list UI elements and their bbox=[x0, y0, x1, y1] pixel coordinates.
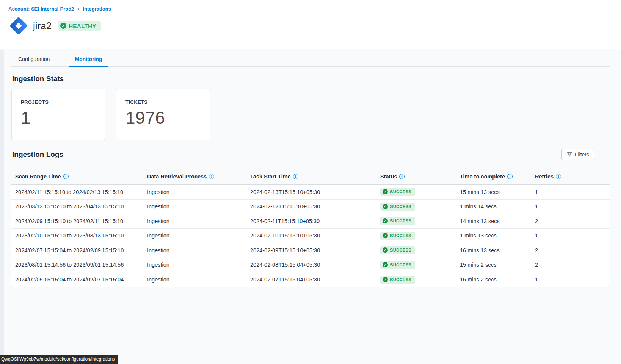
cell-scan-range: 2023/02/10 15:15:10 to 2023/03/13 15:15:… bbox=[11, 233, 143, 239]
check-circle-icon: ✓ bbox=[383, 233, 388, 238]
stat-card-value: 1976 bbox=[125, 108, 210, 128]
cell-time-to-complete: 15 mins 13 secs bbox=[456, 189, 531, 195]
cell-scan-range: 2024/02/07 15:15:04 to 2024/02/09 15:15:… bbox=[11, 247, 143, 253]
chevron-right-icon: › bbox=[77, 6, 79, 12]
column-header-data-retrieval-process: Data Retrieval Processi bbox=[143, 173, 246, 180]
table-row: 2024/02/07 15:15:04 to 2024/02/09 15:15:… bbox=[11, 243, 610, 258]
cell-scan-range: 2024/02/09 15:15:10 to 2024/02/11 15:15:… bbox=[11, 218, 143, 224]
column-header-time-to-complete: Time to completei bbox=[456, 173, 531, 180]
column-label: Status bbox=[380, 173, 397, 180]
table-row: 2023/02/10 15:15:10 to 2023/03/13 15:15:… bbox=[11, 229, 610, 244]
cell-task-start: 2024-02-11T15:15:10+05:30 bbox=[246, 218, 376, 224]
status-badge: ✓SUCCESS bbox=[380, 217, 415, 225]
page-header: Account: SEI-Internal-Prod2 › Integratio… bbox=[0, 0, 621, 49]
status-badge: ✓SUCCESS bbox=[380, 246, 415, 254]
table-row: 2023/03/13 15:15:10 to 2023/04/13 15:15:… bbox=[11, 200, 610, 214]
url-status-bar: QwqOSlIWp9ob7w/module/sei/configuration/… bbox=[0, 355, 118, 364]
cell-task-start: 2024-02-12T15:15:10+05:30 bbox=[246, 203, 376, 209]
breadcrumb-integrations-link[interactable]: Integrations bbox=[83, 6, 111, 12]
cell-retries: 2 bbox=[531, 247, 610, 253]
stat-card-label: PROJECTS bbox=[21, 99, 105, 105]
stat-card-label: TICKETS bbox=[125, 99, 210, 105]
cell-status: ✓SUCCESS bbox=[376, 217, 456, 225]
check-circle-icon: ✓ bbox=[383, 262, 388, 267]
ingestion-stats-heading: Ingestion Stats bbox=[12, 75, 610, 83]
cell-status: ✓SUCCESS bbox=[376, 203, 456, 211]
column-header-scan-range-time: Scan Range Timei bbox=[11, 173, 143, 180]
stat-card-tickets: TICKETS 1976 bbox=[116, 89, 210, 140]
jira-logo-icon bbox=[8, 16, 29, 36]
status-badge: ✓SUCCESS bbox=[380, 261, 415, 269]
info-icon[interactable]: i bbox=[399, 174, 405, 179]
cell-task-start: 2024-02-07T15:15:04+05:30 bbox=[246, 277, 376, 283]
cell-time-to-complete: 14 mins 13 secs bbox=[456, 218, 531, 224]
tab-monitoring[interactable]: Monitoring bbox=[69, 53, 107, 67]
cell-retries: 1 bbox=[531, 277, 610, 283]
status-badge: ✓SUCCESS bbox=[380, 232, 415, 240]
status-badge-label: SUCCESS bbox=[390, 248, 411, 252]
cell-process: Ingestion bbox=[143, 277, 246, 283]
cell-retries: 1 bbox=[531, 233, 610, 239]
cell-task-start: 2024-02-10T15:15:10+05:30 bbox=[246, 233, 376, 239]
breadcrumb-account-link[interactable]: Account: SEI-Internal-Prod2 bbox=[8, 6, 74, 12]
status-badge: ✓SUCCESS bbox=[380, 203, 415, 211]
cell-time-to-complete: 1 mins 13 secs bbox=[456, 233, 531, 239]
cell-retries: 1 bbox=[531, 203, 610, 209]
table-row: 2023/08/01 15:14:56 to 2023/09/01 15:14:… bbox=[11, 258, 610, 273]
column-header-status: Statusi bbox=[376, 173, 456, 180]
cell-retries: 1 bbox=[531, 189, 610, 195]
column-label: Task Start Time bbox=[250, 173, 291, 180]
column-label: Scan Range Time bbox=[15, 173, 61, 180]
info-icon[interactable]: i bbox=[556, 174, 561, 179]
column-header-task-start-time: Task Start Timei bbox=[246, 173, 376, 180]
table-row: 2024/02/11 15:15:10 to 2024/02/13 15:15:… bbox=[11, 185, 610, 200]
stat-cards: PROJECTS 1 TICKETS 1976 bbox=[11, 89, 610, 140]
cell-process: Ingestion bbox=[143, 189, 246, 195]
page-left-gutter bbox=[0, 50, 4, 364]
check-circle-icon: ✓ bbox=[383, 204, 388, 209]
info-icon[interactable]: i bbox=[507, 174, 513, 179]
cell-time-to-complete: 1 mins 14 secs bbox=[456, 203, 531, 209]
cell-status: ✓SUCCESS bbox=[376, 232, 456, 240]
table-body: 2024/02/11 15:15:10 to 2024/02/13 15:15:… bbox=[11, 185, 610, 287]
filter-funnel-icon bbox=[567, 152, 572, 157]
tab-configuration[interactable]: Configuration bbox=[13, 53, 55, 66]
table-row: 2024/02/05 15:15:04 to 2024/02/07 15:15:… bbox=[11, 272, 610, 287]
status-badge-label: SUCCESS bbox=[390, 262, 411, 267]
cell-retries: 2 bbox=[531, 218, 610, 224]
cell-status: ✓SUCCESS bbox=[376, 188, 456, 196]
check-circle-icon: ✓ bbox=[383, 189, 388, 194]
cell-task-start: 2024-02-08T15:15:04+05:30 bbox=[246, 262, 376, 268]
ingestion-logs-heading: Ingestion Logs bbox=[12, 150, 63, 159]
cell-process: Ingestion bbox=[143, 203, 246, 209]
status-badge-label: SUCCESS bbox=[390, 219, 411, 223]
cell-status: ✓SUCCESS bbox=[376, 246, 456, 254]
filters-button[interactable]: Filters bbox=[561, 149, 594, 160]
status-badge: ✓SUCCESS bbox=[380, 188, 415, 196]
cell-retries: 2 bbox=[531, 262, 610, 268]
info-icon[interactable]: i bbox=[293, 174, 298, 179]
info-icon[interactable]: i bbox=[209, 174, 214, 179]
table-row: 2024/02/09 15:15:10 to 2024/02/11 15:15:… bbox=[11, 214, 610, 229]
filters-button-label: Filters bbox=[575, 152, 589, 158]
cell-time-to-complete: 15 mins 2 secs bbox=[456, 262, 531, 268]
cell-process: Ingestion bbox=[143, 247, 246, 253]
tab-bar: Configuration Monitoring bbox=[11, 53, 610, 67]
cell-task-start: 2024-02-13T15:15:10+05:30 bbox=[246, 189, 376, 195]
status-badge-label: SUCCESS bbox=[390, 204, 411, 209]
cell-status: ✓SUCCESS bbox=[376, 261, 456, 269]
check-circle-icon: ✓ bbox=[60, 23, 66, 29]
cell-time-to-complete: 16 mins 2 secs bbox=[456, 277, 531, 283]
stat-card-value: 1 bbox=[21, 108, 105, 128]
cell-scan-range: 2024/02/05 15:15:04 to 2024/02/07 15:15:… bbox=[11, 277, 143, 283]
cell-status: ✓SUCCESS bbox=[376, 276, 456, 284]
stat-card-projects: PROJECTS 1 bbox=[11, 89, 105, 140]
status-badge: ✓SUCCESS bbox=[380, 276, 415, 284]
health-status-badge: ✓ HEALTHY bbox=[58, 21, 101, 31]
check-circle-icon: ✓ bbox=[383, 247, 388, 253]
check-circle-icon: ✓ bbox=[383, 277, 388, 282]
column-label: Data Retrieval Process bbox=[147, 173, 207, 180]
info-icon[interactable]: i bbox=[63, 174, 69, 179]
status-badge-label: SUCCESS bbox=[390, 189, 411, 194]
column-label: Time to complete bbox=[460, 173, 505, 180]
